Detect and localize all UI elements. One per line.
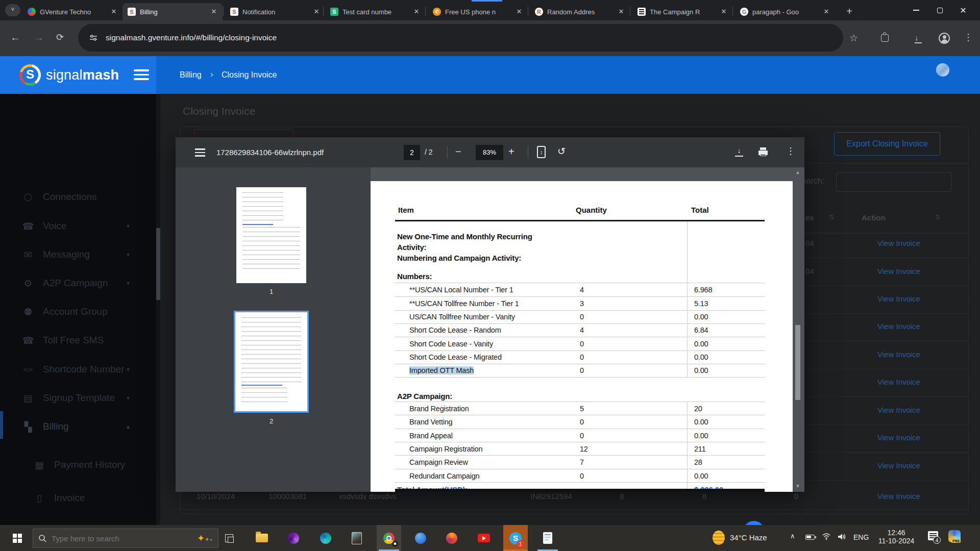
- sidebar-scroll-thumb[interactable]: [156, 228, 160, 300]
- youtube-icon[interactable]: [472, 525, 496, 551]
- view-invoice-link[interactable]: View Invoice: [877, 239, 920, 247]
- chrome-icon-active[interactable]: ☻: [377, 525, 401, 551]
- window-maximize-button[interactable]: [928, 0, 951, 20]
- sidebar-item-account-group[interactable]: ⚉Account Group: [0, 302, 156, 322]
- print-icon[interactable]: [758, 147, 768, 156]
- sidebar-item-connections[interactable]: ⬡Connections: [0, 187, 156, 207]
- taskbar-search-input[interactable]: [52, 534, 192, 543]
- extensions-icon[interactable]: [881, 34, 889, 42]
- sidebar-item-invoice[interactable]: ▯Invoice: [0, 488, 156, 508]
- sidebar-item-toll-free-sms[interactable]: ☎Toll Free SMS: [0, 330, 156, 350]
- sidebar-toggle-hamburger-icon[interactable]: [134, 69, 149, 80]
- window-minimize-button[interactable]: [904, 0, 928, 20]
- zoom-in-icon[interactable]: +: [508, 146, 514, 158]
- tab-free-us-phone[interactable]: ✆ Free US phone n ✕: [428, 3, 528, 20]
- taskbar-search-box[interactable]: ✦✦✦: [33, 529, 218, 548]
- profile-avatar-icon[interactable]: [939, 33, 950, 44]
- tab-close-icon[interactable]: ✕: [617, 7, 626, 16]
- new-tab-button[interactable]: +: [842, 5, 856, 19]
- pdf-page-input[interactable]: 2: [404, 145, 420, 160]
- tab-random-address[interactable]: R Random Addres ✕: [530, 3, 630, 20]
- address-bar[interactable]: signalmash.gventure.info/#/billing/closi…: [78, 24, 843, 52]
- task-view-icon[interactable]: [217, 525, 241, 551]
- view-invoice-link[interactable]: View Invoice: [877, 322, 920, 331]
- sidebar-item-messaging[interactable]: ✉Messaging▾: [0, 244, 156, 265]
- tab-close-icon[interactable]: ✕: [719, 7, 728, 16]
- view-invoice-link[interactable]: View Invoice: [877, 294, 920, 303]
- tab-gventure[interactable]: GVenture Techno ✕: [22, 3, 122, 20]
- tab-campaign-registry[interactable]: The Campaign R ✕: [632, 3, 732, 20]
- view-invoice-link[interactable]: View Invoice: [877, 492, 920, 500]
- copilot-preview-icon[interactable]: PRE: [948, 530, 961, 542]
- clock[interactable]: 12:46 11-10-2024: [873, 529, 920, 545]
- firefox-icon[interactable]: [439, 525, 464, 551]
- photos-app-icon[interactable]: [345, 525, 369, 551]
- tab-search-chevron-icon[interactable]: ˅: [5, 4, 20, 16]
- tab-close-icon[interactable]: ✕: [109, 7, 118, 16]
- sidebar-item-voice[interactable]: ☎Voice▾: [0, 216, 156, 236]
- notification-center-icon[interactable]: 4: [928, 531, 938, 540]
- column-header-action[interactable]: Action: [862, 213, 886, 222]
- pdf-scroll-down-icon[interactable]: ▼: [794, 483, 801, 489]
- pdf-scroll-up-icon[interactable]: ▲: [794, 169, 801, 175]
- edge-icon[interactable]: [313, 525, 338, 551]
- view-invoice-link[interactable]: View Invoice: [877, 461, 920, 470]
- language-indicator[interactable]: ENG: [853, 533, 869, 541]
- pdf-zoom-level[interactable]: 83%: [476, 145, 503, 160]
- view-invoice-link[interactable]: View Invoice: [877, 406, 920, 414]
- file-explorer-icon[interactable]: [250, 525, 274, 551]
- sidebar-item-a2p-campaign[interactable]: ⚙A2P Campaign▾: [0, 273, 156, 293]
- browser-menu-kebab-icon[interactable]: ⋮: [964, 32, 973, 43]
- speaker-icon[interactable]: [837, 533, 846, 543]
- breadcrumb-billing[interactable]: Billing: [180, 70, 202, 80]
- office-app-icon[interactable]: [281, 525, 306, 551]
- weather-text[interactable]: 34°C Haze: [730, 533, 767, 542]
- downloads-icon[interactable]: ↓: [915, 33, 922, 43]
- weather-haze-icon[interactable]: [713, 531, 725, 545]
- site-settings-icon[interactable]: [88, 33, 99, 43]
- battery-icon[interactable]: [805, 535, 815, 540]
- tab-close-icon[interactable]: ✕: [822, 7, 831, 16]
- rotate-icon[interactable]: ↺: [557, 145, 566, 157]
- window-close-button[interactable]: ✕: [951, 0, 975, 20]
- view-invoice-link[interactable]: View Invoice: [877, 433, 920, 442]
- tab-notification[interactable]: S Notification ✕: [225, 3, 325, 20]
- pdf-menu-hamburger-icon[interactable]: [195, 148, 205, 157]
- export-closing-invoice-button[interactable]: Export Closing Invoice: [834, 132, 940, 156]
- pdf-scrollbar-thumb[interactable]: [795, 325, 800, 400]
- skype-icon-active[interactable]: S 1: [503, 525, 528, 551]
- tab-billing[interactable]: S Billing ✕: [122, 3, 223, 20]
- fit-to-page-icon[interactable]: ↕: [537, 146, 546, 158]
- notepad-app-icon[interactable]: [535, 525, 560, 551]
- forward-icon[interactable]: →: [34, 32, 44, 43]
- tab-test-card[interactable]: S Test card numbe ✕: [325, 3, 425, 20]
- view-invoice-link[interactable]: View Invoice: [877, 350, 920, 359]
- zoom-out-icon[interactable]: −: [455, 146, 461, 158]
- column-header-partial[interactable]: es: [805, 213, 814, 222]
- tab-close-icon[interactable]: ✕: [312, 7, 321, 16]
- tab-close-icon[interactable]: ✕: [209, 7, 218, 16]
- tab-close-icon[interactable]: ✕: [514, 7, 524, 16]
- blue-app-icon[interactable]: [408, 525, 433, 551]
- sort-icon[interactable]: ⇅: [935, 213, 941, 221]
- search-input[interactable]: [836, 172, 951, 192]
- view-invoice-link[interactable]: View Invoice: [877, 378, 920, 386]
- reload-icon[interactable]: ⟳: [56, 32, 64, 43]
- pdf-thumbnail-page-2[interactable]: [234, 311, 309, 413]
- sidebar-item-shortcode-number[interactable]: </>Shortcode Number▾: [0, 359, 156, 380]
- tab-close-icon[interactable]: ✕: [412, 7, 421, 16]
- sidebar-item-payment-history[interactable]: ▦Payment History: [0, 455, 156, 475]
- view-invoice-link[interactable]: View Invoice: [877, 267, 920, 276]
- sort-icon[interactable]: ⇅: [829, 213, 835, 221]
- user-avatar[interactable]: [936, 63, 949, 77]
- wifi-icon[interactable]: [822, 532, 831, 542]
- tab-paragraph[interactable]: G paragaph - Goo ✕: [735, 3, 835, 20]
- sidebar-item-signup-template[interactable]: ▤Signup Template▾: [0, 388, 156, 408]
- pdf-thumbnail-page-1[interactable]: [236, 187, 306, 283]
- pdf-more-kebab-icon[interactable]: ⋮: [786, 145, 795, 157]
- bookmark-star-icon[interactable]: ☆: [849, 32, 858, 44]
- start-button[interactable]: [5, 525, 30, 551]
- download-icon[interactable]: ↓: [735, 146, 743, 157]
- sidebar-item-billing[interactable]: ▚Billing▴: [0, 416, 156, 437]
- back-icon[interactable]: ←: [10, 32, 20, 43]
